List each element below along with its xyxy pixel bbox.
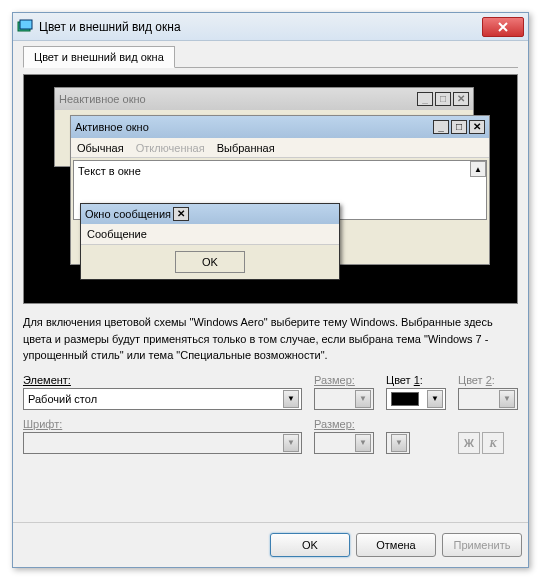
color1-combo[interactable]: ▼ xyxy=(386,388,446,410)
menu-disabled: Отключенная xyxy=(136,142,205,154)
italic-button: К xyxy=(482,432,504,454)
color1-label: Цвет 1: xyxy=(386,374,446,386)
color2-combo: ▼ xyxy=(458,388,518,410)
titlebar[interactable]: Цвет и внешний вид окна xyxy=(13,13,528,41)
preview-area: Неактивное окно _ □ ✕ Активное окно _ □ … xyxy=(23,74,518,304)
preview-active-title-text: Активное окно xyxy=(75,121,149,133)
menu-normal: Обычная xyxy=(77,142,124,154)
dialog-button-row: OK Отмена Применить xyxy=(13,522,528,567)
chevron-down-icon: ▼ xyxy=(355,390,371,408)
chevron-down-icon: ▼ xyxy=(283,434,299,452)
size-field: Размер: ▼ xyxy=(314,374,374,410)
color1-swatch xyxy=(391,392,419,406)
size-combo: ▼ xyxy=(314,388,374,410)
fontsize-label: Размер: xyxy=(314,418,374,430)
preview-inactive-titlebar: Неактивное окно _ □ ✕ xyxy=(55,88,473,110)
preview-msgbox-body: Сообщение xyxy=(81,224,339,245)
preview-menubar: Обычная Отключенная Выбранная xyxy=(71,138,489,158)
font-field: Шрифт: ▼ xyxy=(23,418,302,454)
font-style-buttons: Ж К xyxy=(458,432,518,454)
close-icon: ✕ xyxy=(469,120,485,134)
preview-msgbox-title-text: Окно сообщения xyxy=(85,208,171,220)
preview-msgbox-actions: OK xyxy=(81,245,339,279)
close-button[interactable] xyxy=(482,17,524,37)
chevron-down-icon: ▼ xyxy=(499,390,515,408)
tab-appearance[interactable]: Цвет и внешний вид окна xyxy=(23,46,175,68)
description-text: Для включения цветовой схемы "Windows Ae… xyxy=(23,314,518,364)
element-row: Элемент: Рабочий стол ▼ Размер: ▼ Цвет 1… xyxy=(23,374,518,410)
color2-field: Цвет 2: ▼ xyxy=(458,374,518,410)
scroll-up-icon: ▲ xyxy=(470,161,486,177)
bold-button: Ж xyxy=(458,432,480,454)
preview-active-titlebar: Активное окно _ □ ✕ xyxy=(71,116,489,138)
size-label: Размер: xyxy=(314,374,374,386)
font-row: Шрифт: ▼ Размер: ▼ ▼ xyxy=(23,418,518,454)
chevron-down-icon: ▼ xyxy=(391,434,407,452)
cancel-button[interactable]: Отмена xyxy=(356,533,436,557)
fontsize-field: Размер: ▼ xyxy=(314,418,374,454)
style-field: Ж К xyxy=(458,418,518,454)
minimize-icon: _ xyxy=(417,92,433,106)
font-label: Шрифт: xyxy=(23,418,302,430)
element-field: Элемент: Рабочий стол ▼ xyxy=(23,374,302,410)
fontcolor-combo: ▼ xyxy=(386,432,410,454)
chevron-down-icon: ▼ xyxy=(355,434,371,452)
menu-selected: Выбранная xyxy=(217,142,275,154)
chevron-down-icon[interactable]: ▼ xyxy=(283,390,299,408)
apply-button[interactable]: Применить xyxy=(442,533,522,557)
preview-msgbox-titlebar: Окно сообщения ✕ xyxy=(81,204,339,224)
close-icon: ✕ xyxy=(173,207,189,221)
color-placeholder: ▼ xyxy=(386,418,446,454)
close-icon: ✕ xyxy=(453,92,469,106)
chevron-down-icon[interactable]: ▼ xyxy=(427,390,443,408)
minimize-icon: _ xyxy=(433,120,449,134)
element-label: Элемент: xyxy=(23,374,302,386)
dialog-content: Цвет и внешний вид окна Неактивное окно … xyxy=(13,41,528,472)
preview-inactive-title-text: Неактивное окно xyxy=(59,93,146,105)
maximize-icon: □ xyxy=(435,92,451,106)
dialog-window: Цвет и внешний вид окна Цвет и внешний в… xyxy=(12,12,529,568)
color1-field: Цвет 1: ▼ xyxy=(386,374,446,410)
app-icon xyxy=(17,19,33,35)
ok-button[interactable]: OK xyxy=(270,533,350,557)
titlebar-text: Цвет и внешний вид окна xyxy=(39,20,482,34)
fontsize-combo: ▼ xyxy=(314,432,374,454)
font-combo: ▼ xyxy=(23,432,302,454)
color2-label: Цвет 2: xyxy=(458,374,518,386)
svg-rect-1 xyxy=(20,20,32,29)
preview-msgbox-ok-button: OK xyxy=(175,251,245,273)
preview-window-text: Текст в окне xyxy=(78,165,141,177)
element-value: Рабочий стол xyxy=(28,393,97,405)
tabstrip: Цвет и внешний вид окна xyxy=(23,45,518,68)
element-combo[interactable]: Рабочий стол ▼ xyxy=(23,388,302,410)
maximize-icon: □ xyxy=(451,120,467,134)
preview-message-box: Окно сообщения ✕ Сообщение OK xyxy=(80,203,340,280)
